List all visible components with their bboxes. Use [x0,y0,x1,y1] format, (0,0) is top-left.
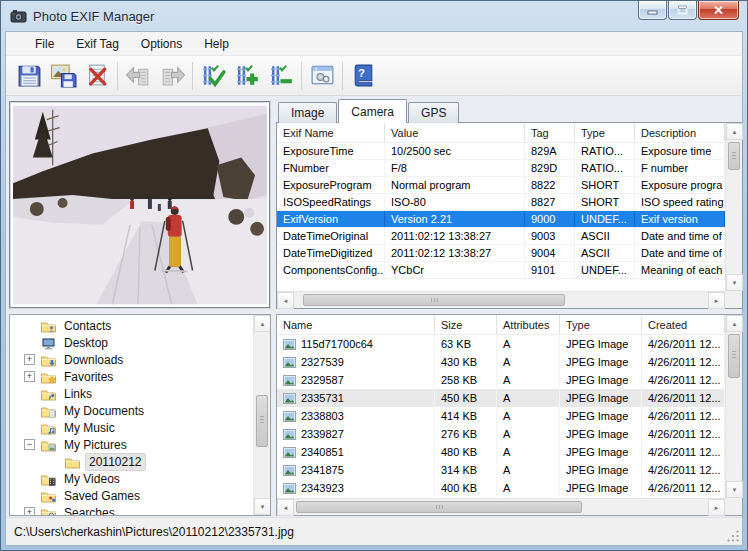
exif-row[interactable]: ComponentsConfig...YCbCr9101UNDEF...Mean… [277,262,725,279]
tree-item-saved-games[interactable]: Saved Games [10,487,253,504]
minimize-button[interactable] [638,1,667,20]
files-vertical-scrollbar[interactable]: ▲▼ [725,315,742,498]
tree-item-desktop[interactable]: Desktop [10,334,253,351]
scroll-up-button[interactable]: ▲ [726,315,743,332]
menu-item-help[interactable]: Help [193,34,240,54]
tree-item-my-videos[interactable]: My Videos [10,470,253,487]
tree-item-my-music[interactable]: My Music [10,419,253,436]
file-row[interactable]: 2340851480 KBAJPEG Image4/26/2011 12... [277,443,725,461]
maximize-icon [677,5,688,15]
window-controls [637,1,739,20]
tab-gps[interactable]: GPS [408,102,459,123]
save-image-button[interactable] [46,59,80,93]
file-column-name[interactable]: Name [277,315,435,334]
close-button[interactable] [698,1,739,20]
file-cell: 4/26/2011 12... [642,407,725,425]
file-row[interactable]: 115d71700c6463 KBAJPEG Image4/26/2011 12… [277,335,725,353]
tree-item-searches[interactable]: +Searches [10,504,253,515]
exif-row[interactable]: ExifVersionVersion 2.219000UNDEF...Exif … [277,211,725,228]
exif-vertical-scrollbar[interactable]: ▲▼ [725,123,742,291]
tree-item-my-documents[interactable]: My Documents [10,402,253,419]
verify-tags-icon [200,62,227,89]
delete-list-button[interactable] [80,59,114,93]
verify-tags-button[interactable] [196,59,230,93]
exif-row[interactable]: DateTimeDigitized2011:02:12 13:38:279004… [277,245,725,262]
exif-column-value[interactable]: Value [385,123,525,142]
help-button[interactable]: ? [346,59,380,93]
tree-item-links[interactable]: Links [10,385,253,402]
exif-column-tag[interactable]: Tag [525,123,575,142]
file-column-type[interactable]: Type [560,315,642,334]
file-row[interactable]: 2327539430 KBAJPEG Image4/26/2011 12... [277,353,725,371]
file-row[interactable]: 2335731450 KBAJPEG Image4/26/2011 12... [277,389,725,407]
resize-grip[interactable] [727,530,740,543]
menu-item-exif-tag[interactable]: Exif Tag [65,34,129,54]
exif-column-type[interactable]: Type [575,123,635,142]
file-row[interactable]: 2329587258 KBAJPEG Image4/26/2011 12... [277,371,725,389]
expand-plus-icon[interactable]: + [24,371,35,382]
file-row[interactable]: 2341875314 KBAJPEG Image4/26/2011 12... [277,461,725,479]
file-cell: 2341875 [277,461,435,479]
tree-item-my-pictures[interactable]: −My Pictures [10,436,253,453]
scrollbar-thumb[interactable] [728,334,740,378]
menu-item-file[interactable]: File [24,34,65,54]
collapse-minus-icon[interactable]: − [24,439,35,450]
expand-plus-icon[interactable]: + [24,507,35,515]
remove-tag-button[interactable] [264,59,298,93]
file-column-attributes[interactable]: Attributes [497,315,560,334]
next-file-icon [159,62,186,89]
scroll-left-button[interactable]: ◄ [277,292,294,309]
tab-camera[interactable]: Camera [338,99,407,123]
file-cell: 2339827 [277,425,435,443]
scrollbar-thumb[interactable] [728,142,740,170]
scroll-up-button[interactable]: ▲ [726,123,743,140]
exif-horizontal-scrollbar[interactable]: ◄► [277,291,725,308]
tab-image[interactable]: Image [278,102,337,123]
file-row[interactable]: 2343923400 KBAJPEG Image4/26/2011 12... [277,479,725,497]
menu-bar: FileExif TagOptionsHelp [6,32,742,56]
options-button[interactable] [305,59,339,93]
scroll-left-button[interactable]: ◄ [277,499,294,516]
scroll-down-button[interactable]: ▼ [726,274,743,291]
exif-row[interactable]: DateTimeOriginal2011:02:12 13:38:279003A… [277,228,725,245]
exif-row[interactable]: FNumberF/8829DRATIO...F number [277,160,725,177]
scroll-right-button[interactable]: ► [708,499,725,516]
exif-row[interactable]: ExposureProgramNormal program8822SHORTEx… [277,177,725,194]
exif-cell: RATIO... [575,143,635,159]
tree-item-favorites[interactable]: +Favorites [10,368,253,385]
tree-item-label: Favorites [61,369,116,385]
menu-item-options[interactable]: Options [130,34,193,54]
exif-row[interactable]: ISOSpeedRatingsISO-808827SHORTISO speed … [277,194,725,211]
maximize-button[interactable] [668,1,697,20]
file-cell: JPEG Image [560,425,642,443]
previous-file-button[interactable] [121,59,155,93]
file-row[interactable]: 2338803414 KBAJPEG Image4/26/2011 12... [277,407,725,425]
add-tag-button[interactable] [230,59,264,93]
videos-folder-icon [40,472,57,486]
scrollbar-corner [725,498,742,515]
tree-vertical-scrollbar[interactable]: ▲▼ [253,315,270,515]
tree-item-contacts[interactable]: Contacts [10,317,253,334]
tree-item-label: My Videos [61,471,123,487]
next-file-button[interactable] [155,59,189,93]
scrollbar-thumb[interactable] [303,294,565,306]
svg-text:?: ? [357,67,364,79]
exif-column-description[interactable]: Description [635,123,725,142]
scroll-right-button[interactable]: ► [708,292,725,309]
tree-item-20110212[interactable]: 20110212 [10,453,253,470]
scroll-up-button[interactable]: ▲ [254,315,271,332]
scrollbar-thumb[interactable] [256,395,268,447]
file-column-size[interactable]: Size [435,315,497,334]
scroll-down-button[interactable]: ▼ [726,481,743,498]
tree-item-downloads[interactable]: +Downloads [10,351,253,368]
save-file-button[interactable] [12,59,46,93]
scroll-down-button[interactable]: ▼ [254,498,271,515]
files-horizontal-scrollbar[interactable]: ◄► [277,498,725,515]
expand-plus-icon[interactable]: + [24,354,35,365]
exif-cell: 2011:02:12 13:38:27 [385,228,525,244]
file-row[interactable]: 2339827276 KBAJPEG Image4/26/2011 12... [277,425,725,443]
file-column-created[interactable]: Created [642,315,725,334]
exif-row[interactable]: ExposureTime10/2500 sec829ARATIO...Expos… [277,143,725,160]
exif-column-exif-name[interactable]: Exif Name [277,123,385,142]
scrollbar-thumb[interactable] [296,501,582,513]
